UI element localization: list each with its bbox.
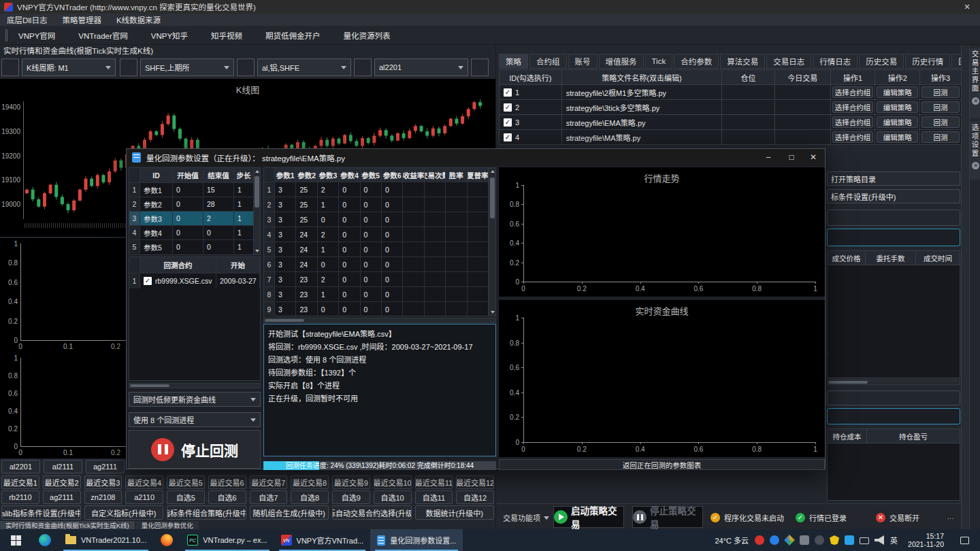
tab-策略[interactable]: 策略 (499, 54, 528, 69)
edit-strategy-button[interactable]: 编辑策略 (877, 101, 918, 113)
stop-backtest-button[interactable]: 停止回测 (129, 430, 261, 469)
tray-icon-red-app[interactable] (755, 535, 764, 545)
watchlist-button[interactable]: 自选10 (374, 490, 412, 504)
select-contract-group-button[interactable]: 选择合约组 (832, 116, 874, 128)
menu-item[interactable]: K线数据来源 (116, 14, 161, 25)
taskbar-app-vnpy[interactable]: VNVNPY官方VNTrad... (274, 529, 371, 551)
checkbox-checked-icon[interactable]: ✓ (144, 277, 152, 285)
backtest-button[interactable]: 回测 (921, 116, 960, 128)
indicator-condition-button[interactable]: 标条件设置(升级中) (827, 189, 960, 203)
indicator-button[interactable]: Talib指标条件设置(升级中) (1, 505, 81, 520)
toolbar-link[interactable]: VNTrader官网 (78, 30, 127, 41)
return-to-backtest-charts-button[interactable]: 返回正在回测的参数图表 (499, 459, 825, 470)
param-range-table[interactable]: ID开始值结束值步长1参数101512参数202813参数30214参数4001… (129, 167, 261, 255)
right-panel-input-box[interactable] (827, 229, 960, 246)
checkbox-checked-icon[interactable]: ✓ (504, 103, 512, 112)
close-icon[interactable]: ✕ (803, 149, 823, 166)
edit-strategy-button[interactable]: 编辑策略 (877, 86, 918, 98)
kline-period-dropdown[interactable]: K线周期: M1 (22, 59, 116, 76)
process-count-dropdown[interactable]: 使用 8 个回测进程 (129, 412, 261, 427)
taskbar-app-pycharm[interactable]: PCVNTrader.py – ex... (180, 529, 274, 551)
contract-row[interactable]: 1✓rb9999.XSGE.csv2009-03-27 (129, 273, 260, 288)
recent-trade-button[interactable]: 最近交易8 (291, 475, 329, 489)
tab-历史交易[interactable]: 历史交易 (859, 54, 904, 69)
indicator-button[interactable]: 自定义指标(升级中) (84, 505, 164, 520)
param-row[interactable]: 4参数4001 (129, 225, 260, 239)
recent-trade-button[interactable]: 最近交易5 (167, 475, 205, 489)
minimize-icon[interactable]: – (758, 149, 779, 166)
indicator-button[interactable]: 随机组合生成(升级中) (250, 505, 329, 520)
watchlist-button[interactable]: 自选11 (415, 490, 453, 504)
contract-button[interactable]: ag2111 (86, 460, 125, 473)
param-row[interactable]: 1参数10151 (129, 182, 260, 197)
backtest-button[interactable]: 回测 (921, 101, 960, 113)
tab-trade-main[interactable]: 交易主界面 ✕ (970, 48, 980, 118)
watchlist-button[interactable]: 自选6 (208, 490, 246, 504)
dialog-titlebar[interactable]: 量化回测参数设置（正在升级）： strategyfile\EMA策略.py – … (127, 149, 825, 166)
tab-合约参数[interactable]: 合约参数 (674, 54, 719, 69)
window-close-icon[interactable]: ✕ (958, 2, 976, 12)
contract-table-hscrollbar[interactable] (129, 383, 261, 388)
recent-trade-button[interactable]: 最近交易2 (43, 475, 81, 489)
param-row[interactable]: 5参数5001 (129, 239, 260, 254)
recent-trade-button[interactable]: 最近交易11 (415, 475, 453, 489)
tab-交易日志[interactable]: 交易日志 (766, 54, 811, 69)
bottom-tab[interactable]: 量化回测参数优化 (136, 521, 199, 529)
right-panel-input-box-2[interactable] (827, 408, 960, 424)
toolbar-link[interactable]: VNPY知乎 (151, 30, 188, 41)
tab-算法交易[interactable]: 算法交易 (720, 54, 765, 69)
contract-dropdown[interactable]: al2201 (374, 59, 468, 76)
exchange-dropdown[interactable]: SHFE,上期所 (140, 59, 234, 76)
trade-table-hscrollbar[interactable] (827, 380, 960, 385)
result-row[interactable]: 93230000 (264, 301, 495, 316)
taskbar-app-doc[interactable]: 量化回测参数设置... (370, 529, 463, 551)
checkbox-checked-icon[interactable]: ✓ (504, 88, 512, 97)
watchlist-button[interactable]: 自选9 (332, 490, 370, 504)
menu-item[interactable]: 策略管理器 (62, 14, 101, 25)
recent-trade-button[interactable]: 最近交易9 (332, 475, 370, 489)
tray-icon-blue-app[interactable] (770, 535, 779, 545)
watchlist-button[interactable]: 自选8 (291, 490, 329, 504)
start-button[interactable] (0, 529, 31, 551)
input-language-indicator[interactable]: 英 (890, 535, 898, 546)
tray-icon-security-shield[interactable] (830, 535, 839, 545)
right-scroll-strip[interactable] (961, 45, 969, 529)
tab-增值服务[interactable]: 增值服务 (599, 54, 644, 69)
result-row[interactable]: 63240000 (264, 256, 495, 271)
param-result-table[interactable]: 参数1参数2参数3参数4参数5参数6收益率交易次数胜率夏普率1325200023… (263, 167, 496, 316)
equity-update-dropdown[interactable]: 回测时低频更新资金曲线 (129, 392, 261, 407)
select-contract-group-button[interactable]: 选择合约组 (832, 86, 874, 98)
tray-icon-display[interactable] (860, 537, 869, 544)
tab-行情日志[interactable]: 行情日志 (813, 54, 858, 69)
watchlist-button[interactable]: ag2111 (43, 490, 81, 504)
param-row[interactable]: 3参数3021 (129, 211, 260, 225)
trade-functions-menu[interactable]: 交易功能项 (503, 512, 549, 523)
recent-trade-button[interactable]: 最近交易12 (456, 475, 494, 489)
watchlist-button[interactable]: a2110 (125, 490, 163, 504)
indicator-button[interactable]: 指标自动交易合约选择(升级中) (332, 505, 412, 520)
backtest-button[interactable]: 回测 (921, 131, 960, 143)
tray-icon-search-tool[interactable] (815, 535, 824, 545)
toolbar-link[interactable]: VNPY官网 (18, 30, 55, 41)
tab-账号[interactable]: 账号 (568, 54, 598, 69)
result-row[interactable]: 53241000 (264, 241, 495, 256)
toolbar-link[interactable]: 知乎视频 (211, 30, 242, 41)
recent-trade-button[interactable]: 最近交易3 (84, 475, 122, 489)
taskbar-app-folder[interactable]: VNTrader2021.10... (59, 529, 153, 551)
result-row[interactable]: 23251000 (264, 197, 495, 212)
toolbar-link[interactable]: 期货低佣金开户 (265, 30, 321, 41)
start-strategy-trading-button[interactable]: 启动策略交易 (553, 506, 624, 528)
recent-trade-button[interactable]: 最近交易6 (208, 475, 246, 489)
result-row[interactable]: 13252000 (264, 182, 495, 197)
close-circle-icon[interactable]: ✕ (972, 97, 979, 105)
open-strategy-dir-button[interactable]: 打开策略目录 (827, 171, 960, 186)
contract-button[interactable]: al2201 (1, 460, 40, 473)
recent-trade-button[interactable]: 最近交易4 (125, 475, 163, 489)
watchlist-button[interactable]: 自选7 (250, 490, 288, 504)
result-table-hscrollbar[interactable] (263, 318, 496, 323)
tab-合约组[interactable]: 合约组 (529, 54, 567, 69)
toolbar-link[interactable]: 量化资源列表 (344, 30, 391, 41)
backtest-log[interactable]: 开始测试【strategyfile\EMA策略.csv】将回测：rb9999.X… (263, 324, 496, 456)
tray-icon-messenger[interactable] (845, 535, 854, 545)
watchlist-button[interactable]: zn2108 (84, 490, 122, 504)
